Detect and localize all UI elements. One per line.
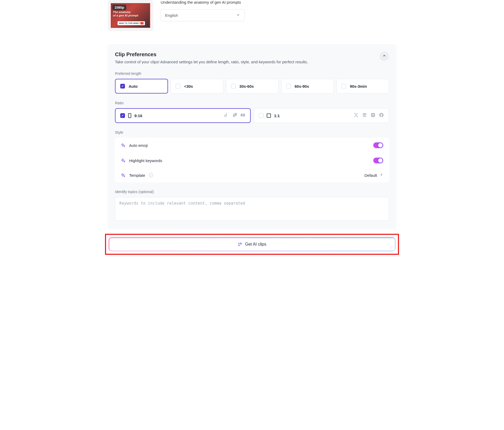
preferred-length-label: Preferred length [115,71,389,76]
language-selected: English [165,13,178,18]
topics-input[interactable] [115,197,389,221]
x-twitter-icon [354,112,359,119]
chevron-up-icon [382,54,386,59]
checkbox-icon [259,113,264,118]
magic-wand-icon [238,242,243,247]
portrait-icon [128,113,131,118]
thumbnail-title: The anatomy of a gen AI prompt [113,11,138,17]
preferences-subtitle: Take control of your clips! Advanced set… [115,60,308,64]
checkbox-icon [120,84,125,89]
facebook-icon [379,112,384,119]
style-row-template[interactable]: Template i Default [115,168,389,182]
checkbox-icon [176,84,180,89]
cta-highlight-frame: Get AI clips [105,234,399,255]
auto-emoji-label: Auto emoji [129,143,148,148]
style-row-auto-emoji: Auto emoji [115,138,389,153]
ratio-option-square[interactable]: 1:1 [254,108,389,123]
checkbox-icon [342,84,346,89]
language-select[interactable]: English [161,9,245,21]
cta-label: Get AI clips [245,242,266,247]
clip-preferences-card: Clip Preferences Take control of your cl… [108,44,396,229]
checkbox-icon [231,84,236,89]
highlight-keywords-label: Highlight keywords [129,158,162,163]
template-label: Template [129,173,145,178]
video-title: Understanding the anatomy of gen AI prom… [161,0,396,4]
checkbox-icon [286,84,291,89]
preferences-title: Clip Preferences [115,51,308,58]
length-option-30-60s[interactable]: 30s-60s [226,79,279,94]
style-row-highlight-keywords: Highlight keywords [115,153,389,168]
ratio-options: 9:16 1:1 [115,108,389,123]
video-thumbnail[interactable]: 1080p The anatomy of a gen AI prompt WHA… [111,3,150,28]
length-option-60-90s[interactable]: 60s-90s [281,79,334,94]
ratio-label: Ratio [115,101,389,105]
length-option-auto[interactable]: Auto [115,79,168,94]
sparkle-icon [121,173,125,178]
ratio-option-portrait[interactable]: 9:16 [115,108,251,123]
info-icon[interactable]: i [149,173,153,177]
auto-emoji-toggle[interactable] [373,142,383,148]
get-ai-clips-button[interactable]: Get AI clips [108,237,396,251]
shorts-icon [232,112,237,119]
resolution-badge: 1080p [112,5,126,10]
collapse-button[interactable] [380,51,389,61]
square-icon [267,113,271,118]
video-icon [240,112,245,119]
style-label: Style [115,130,389,134]
linkedin-icon [362,112,367,119]
instagram-icon [370,112,376,119]
length-options: Auto <30s 30s-60s 60s-90s 90s-3min [115,79,389,94]
sparkle-icon [121,158,125,163]
template-value: Default [364,173,377,178]
length-option-90s-3min[interactable]: 90s-3min [337,79,389,94]
chevron-down-icon [236,13,240,18]
chevron-right-icon [380,173,383,178]
highlight-keywords-toggle[interactable] [373,158,383,163]
thumbnail-cta: WHAT TO TYPE HERE?! [118,21,145,25]
sparkle-icon [121,143,125,148]
length-option-30s[interactable]: <30s [171,79,223,94]
video-thumbnail-container: 1080p The anatomy of a gen AI prompt WHA… [108,0,153,31]
tiktok-icon [223,112,229,119]
topics-label: Identify topics (optional) [115,190,389,194]
checkbox-icon [120,113,125,118]
style-panel: Auto emoji Highlight keywords Template i… [115,138,389,182]
